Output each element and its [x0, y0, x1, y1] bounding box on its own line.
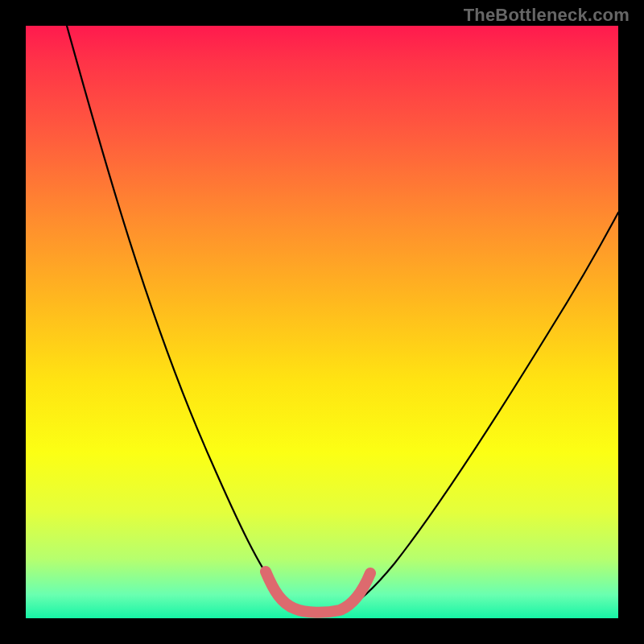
curve-left-branch: [67, 26, 298, 607]
chart-frame: TheBottleneck.com: [0, 0, 644, 644]
curve-right-branch: [346, 213, 618, 607]
plot-area: [26, 26, 618, 618]
curve-trough-highlight: [266, 572, 370, 613]
watermark-text: TheBottleneck.com: [464, 5, 630, 26]
chart-svg: [26, 26, 618, 618]
